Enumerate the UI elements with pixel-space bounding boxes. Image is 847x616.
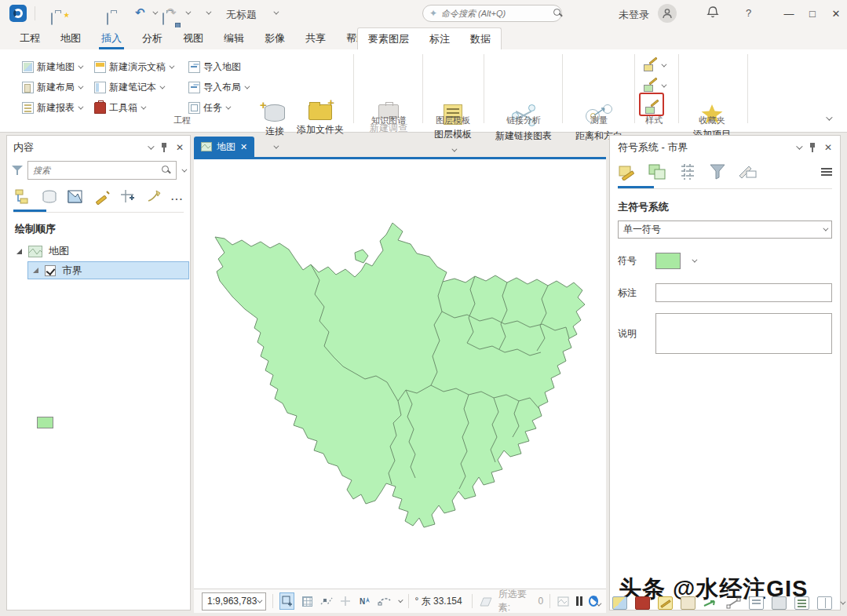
close-pane-icon[interactable]: ✕ [176,142,184,153]
help-button[interactable]: ? [746,7,751,19]
import-map-button[interactable]: 导入地图 [188,57,241,76]
contents-pane-title: 内容 [13,140,34,155]
undo-dropdown[interactable] [152,9,158,15]
tab-imagery[interactable]: 影像 [254,27,295,49]
map-thumbnail-icon [28,246,42,257]
new-project-button[interactable] [51,13,67,27]
tab-map[interactable]: 地图 [50,27,91,49]
import-layout-button[interactable]: 导入布局 [188,78,248,97]
symbol-swatch-button[interactable] [655,253,681,269]
map-view-tab[interactable]: 地图 ✕ [194,137,254,157]
ribbon-collapse-button[interactable] [826,114,832,120]
symbology-type-select[interactable]: 单一符号 [618,221,832,239]
close-tab-icon[interactable]: ✕ [240,142,247,152]
tab-analysis[interactable]: 分析 [132,27,173,49]
tab-feature-layer[interactable]: 要素图层 [358,28,419,50]
contents-search-input[interactable] [33,166,162,175]
refresh-button[interactable] [589,596,598,607]
import-map-icon [188,61,200,73]
add-folder-button[interactable]: 添加文件夹 [292,104,349,137]
layer-symbol-swatch[interactable] [37,417,53,428]
command-search[interactable]: ✦ [422,5,562,22]
pane-options-icon[interactable] [148,143,154,149]
close-pane-icon[interactable]: ✕ [824,142,832,153]
list-by-selection-icon[interactable] [66,188,86,206]
vary-by-attributes-icon[interactable] [648,162,668,181]
redo-dropdown[interactable] [185,9,191,15]
tab-insert[interactable]: 插入 [91,27,132,49]
list-by-snapping-icon[interactable] [119,188,138,206]
filter-icon[interactable] [12,166,23,175]
primary-symbology-icon[interactable] [618,162,638,181]
command-search-input[interactable] [441,9,553,18]
new-report-button[interactable]: 新建报表 [22,98,82,117]
cache-button[interactable] [557,593,570,609]
tab-view[interactable]: 视图 [173,27,214,49]
label-input[interactable] [655,283,832,302]
symbol-dropdown[interactable] [692,257,697,263]
tab-data[interactable]: 数据 [460,28,501,50]
contents-search[interactable] [27,161,177,180]
more-options-button[interactable]: ... [171,191,184,202]
snapping-button[interactable] [319,593,333,609]
toolbox-icon [94,102,106,114]
list-by-data-source-icon[interactable] [40,188,60,206]
pane-options-icon[interactable] [796,143,802,149]
expand-icon[interactable] [33,268,38,273]
tree-item-layer[interactable]: 市界 [27,261,189,279]
map-canvas[interactable] [194,159,606,589]
symbol-layer-drawing-icon[interactable] [677,162,698,181]
tree-item-map[interactable]: 地图 [7,241,190,261]
scale-filter-icon[interactable] [707,162,728,181]
redo-button[interactable]: ↷ [166,5,177,20]
map-tab-icon [201,142,212,151]
tab-labeling[interactable]: 标注 [419,28,460,50]
layer-visibility-checkbox[interactable] [45,265,56,276]
import-styles-button[interactable] [644,56,665,75]
pin-icon[interactable] [160,143,168,152]
advanced-options-icon[interactable] [737,162,758,181]
customize-qat-button[interactable] [206,9,211,15]
north-arrow-button[interactable]: N [359,593,372,609]
pause-drawing-button[interactable] [576,596,582,606]
toolbox-button[interactable]: 工具箱 [94,98,144,117]
list-by-drawing-order-icon[interactable] [13,188,33,206]
layers-visibility-button[interactable] [279,592,294,610]
contextual-tab-group: 要素图层 标注 数据 [357,27,502,49]
pencil-icon [658,596,673,610]
account-avatar[interactable] [658,4,677,23]
menu-icon[interactable] [821,168,832,176]
expand-icon[interactable] [16,249,22,254]
pin-icon[interactable] [809,143,816,152]
scale-select[interactable]: 1:9,963,783 [202,592,266,611]
tag-icon [681,596,695,610]
contents-search-dropdown[interactable] [181,166,187,172]
ribbon: 新建地图 新建布局 新建报表 新建演示文稿 新建笔记本 工具箱 导入地图 导入布… [0,49,847,133]
coordinates-readout: ° 东 33.154 [415,595,466,608]
alignment-button[interactable] [339,593,352,609]
select-tool-button[interactable] [378,593,392,609]
close-button[interactable]: ✕ [820,2,847,25]
grid-button[interactable] [301,593,314,609]
search-icon [553,9,555,18]
app-logo [9,5,27,22]
tab-share[interactable]: 共享 [295,27,336,49]
description-input[interactable] [655,313,832,354]
tab-edit[interactable]: 编辑 [214,27,254,49]
undo-button[interactable]: ↶ [135,5,145,20]
new-presentation-button[interactable]: 新建演示文稿 [94,57,173,76]
new-presentation-icon [94,61,106,73]
list-by-labeling-icon[interactable] [145,188,165,206]
signin-label[interactable]: 未登录 [619,8,649,22]
select-tool-dropdown[interactable] [399,597,404,603]
new-notebook-icon [94,82,106,93]
new-map-button[interactable]: 新建地图 [22,57,82,76]
project-title-dropdown[interactable] [273,9,279,15]
new-notebook-button[interactable]: 新建笔记本 [94,78,163,97]
notifications-button[interactable] [706,5,719,22]
list-by-editing-icon[interactable] [93,188,112,206]
new-layout-button[interactable]: 新建布局 [22,78,82,97]
tab-project[interactable]: 工程 [9,27,50,49]
open-project-button[interactable] [107,13,122,27]
contents-search-icon [162,166,171,175]
